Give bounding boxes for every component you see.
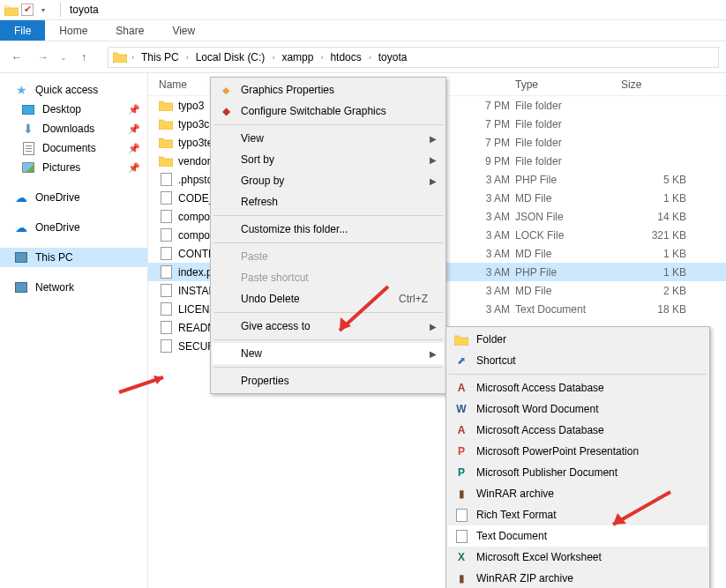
menu-new-excel[interactable]: XMicrosoft Excel Worksheet xyxy=(448,547,707,568)
menu-group-by[interactable]: Group by▶ xyxy=(213,170,444,191)
sidebar-item-documents[interactable]: Documents 📌 xyxy=(0,138,147,158)
navigation-bar: ← → ⌄ ↑ › This PC› Local Disk (C:)› xamp… xyxy=(0,41,726,73)
tab-view[interactable]: View xyxy=(158,20,209,41)
navigation-pane: ★ Quick access Desktop 📌 ⬇ Downloads 📌 D… xyxy=(0,73,148,588)
pc-icon xyxy=(14,250,28,264)
recent-locations-icon[interactable]: ⌄ xyxy=(60,53,67,62)
menu-new-access[interactable]: AMicrosoft Access Database xyxy=(448,420,707,441)
sidebar-label: OneDrive xyxy=(35,221,80,234)
file-icon xyxy=(159,173,173,187)
sidebar-item-downloads[interactable]: ⬇ Downloads 📌 xyxy=(0,119,147,138)
breadcrumb-item[interactable]: This PC xyxy=(138,51,183,63)
access-icon: A xyxy=(453,422,469,438)
qat-checkbox-icon[interactable]: ✔ xyxy=(21,4,34,16)
file-icon xyxy=(159,302,173,316)
sidebar-label: Pictures xyxy=(42,161,80,174)
breadcrumb-item[interactable]: xampp xyxy=(278,51,317,63)
breadcrumb-item[interactable]: Local Disk (C:) xyxy=(192,51,269,63)
pin-icon: 📌 xyxy=(128,143,140,154)
file-size: 5 KB xyxy=(616,174,686,186)
file-icon xyxy=(159,284,173,298)
file-tab[interactable]: File xyxy=(0,20,45,41)
file-type: Text Document xyxy=(510,303,616,316)
pin-icon: 📌 xyxy=(128,162,140,174)
folder-icon xyxy=(159,99,173,113)
menu-new-word[interactable]: WMicrosoft Word Document xyxy=(448,398,707,420)
sidebar-item-this-pc[interactable]: This PC xyxy=(0,248,147,267)
menu-new[interactable]: New▶ xyxy=(213,343,444,364)
sidebar-item-desktop[interactable]: Desktop 📌 xyxy=(0,100,147,119)
new-submenu: Folder ⬈Shortcut AMicrosoft Access Datab… xyxy=(445,326,710,588)
sidebar-item-onedrive[interactable]: ☁ OneDrive xyxy=(0,218,147,237)
file-icon xyxy=(159,265,173,279)
chevron-right-icon: ▶ xyxy=(430,155,437,165)
menu-undo-delete[interactable]: Undo DeleteCtrl+Z xyxy=(213,288,444,309)
file-name: typo3te xyxy=(178,137,213,149)
file-type: MD File xyxy=(510,248,616,260)
file-size: 18 KB xyxy=(616,303,686,316)
file-icon xyxy=(159,321,173,335)
menu-new-winrar[interactable]: ▮WinRAR archive xyxy=(448,483,707,504)
menu-new-access[interactable]: AMicrosoft Access Database xyxy=(448,377,707,398)
menu-paste-shortcut: Paste shortcut xyxy=(213,267,444,288)
menu-new-publisher[interactable]: PMicrosoft Publisher Document xyxy=(448,462,707,483)
menu-refresh[interactable]: Refresh xyxy=(213,191,444,212)
menu-properties[interactable]: Properties xyxy=(213,370,444,391)
sidebar-item-pictures[interactable]: Pictures 📌 xyxy=(0,158,147,177)
winrar-icon: ▮ xyxy=(453,570,469,586)
menu-switchable-graphics[interactable]: ◆Configure Switchable Graphics xyxy=(213,100,444,122)
rtf-icon xyxy=(453,507,469,523)
menu-new-powerpoint[interactable]: PMicrosoft PowerPoint Presentation xyxy=(448,441,707,462)
folder-icon xyxy=(159,117,173,131)
column-type[interactable]: Type xyxy=(510,78,616,91)
intel-icon: ◆ xyxy=(218,82,234,98)
menu-sort-by[interactable]: Sort by▶ xyxy=(213,149,444,170)
folder-icon xyxy=(159,154,173,168)
file-name: .phpsto xyxy=(178,174,213,186)
breadcrumb[interactable]: › This PC› Local Disk (C:)› xampp› htdoc… xyxy=(108,47,719,68)
file-type: PHP File xyxy=(510,174,616,186)
menu-new-text[interactable]: Text Document xyxy=(448,525,707,547)
breadcrumb-item[interactable]: toyota xyxy=(375,51,411,63)
sidebar-quick-access[interactable]: ★ Quick access xyxy=(0,80,147,100)
up-button[interactable]: ↑ xyxy=(74,48,94,67)
sidebar-label: Network xyxy=(35,281,74,294)
powerpoint-icon: P xyxy=(453,443,469,459)
menu-new-winrar-zip[interactable]: ▮WinRAR ZIP archive xyxy=(448,568,707,588)
file-icon xyxy=(159,247,173,261)
menu-customize-folder[interactable]: Customize this folder... xyxy=(213,219,444,240)
sidebar-label: This PC xyxy=(35,251,73,264)
file-name: vendor xyxy=(178,155,211,167)
sidebar-item-onedrive[interactable]: ☁ OneDrive xyxy=(0,188,147,207)
winrar-icon: ▮ xyxy=(453,486,469,502)
menu-give-access[interactable]: Give access to▶ xyxy=(213,316,444,337)
sidebar-label: Downloads xyxy=(42,123,94,135)
amd-icon: ◆ xyxy=(218,103,234,119)
folder-icon xyxy=(453,331,469,347)
file-size: 14 KB xyxy=(616,211,686,223)
column-size[interactable]: Size xyxy=(616,78,686,91)
file-type: MD File xyxy=(510,285,616,297)
menu-new-folder[interactable]: Folder xyxy=(448,329,707,350)
file-size: 2 KB xyxy=(616,285,686,297)
file-type: PHP File xyxy=(510,266,616,279)
tab-home[interactable]: Home xyxy=(45,20,101,41)
forward-button[interactable]: → xyxy=(34,48,53,67)
file-icon xyxy=(159,210,173,224)
menu-new-shortcut[interactable]: ⬈Shortcut xyxy=(448,350,707,371)
back-button[interactable]: ← xyxy=(7,48,26,67)
menu-new-rtf[interactable]: Rich Text Format xyxy=(448,504,707,525)
breadcrumb-item[interactable]: htdocs xyxy=(326,51,364,63)
file-type: JSON File xyxy=(510,211,616,223)
tab-share[interactable]: Share xyxy=(101,20,158,41)
file-size: 1 KB xyxy=(616,248,686,260)
menu-view[interactable]: View▶ xyxy=(213,128,444,149)
chevron-right-icon: ▶ xyxy=(430,349,437,359)
chevron-right-icon: ▶ xyxy=(430,322,437,331)
sidebar-item-network[interactable]: Network xyxy=(0,278,147,297)
file-type: File folder xyxy=(510,118,616,130)
qat-dropdown-icon[interactable]: ▾ xyxy=(35,2,51,18)
ribbon: File Home Share View xyxy=(0,20,726,41)
menu-graphics-properties[interactable]: ◆Graphics Properties xyxy=(213,79,444,100)
shortcut-label: Ctrl+Z xyxy=(399,293,428,305)
